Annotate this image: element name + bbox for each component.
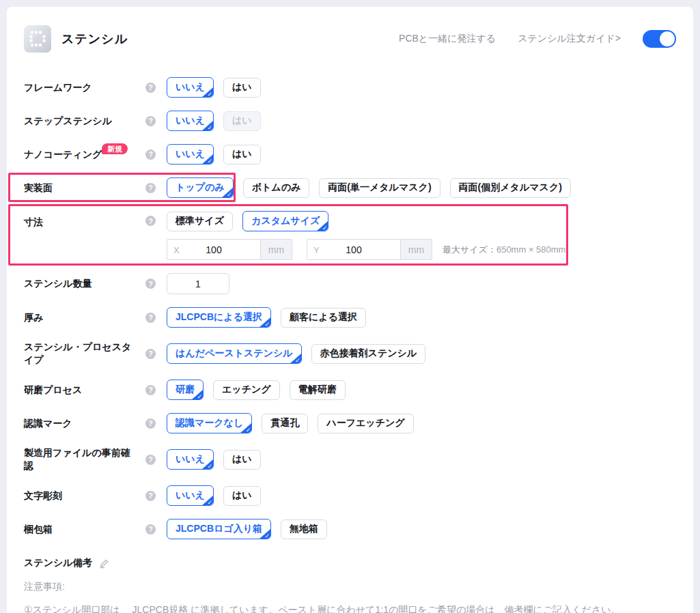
row-label: ステンシル・プロセスタイプ [24,341,145,367]
form-row: 認識マーク?認識マークなし✓貫通孔ハーフエッチング [24,413,676,433]
header-actions: PCBと一緒に発注する ステンシル注文ガイド> [399,30,676,48]
option-group: いいえ✓はい [167,449,261,470]
help-icon[interactable]: ? [145,83,156,93]
option-button[interactable]: 電解研磨 [290,380,346,400]
row-options: いいえ✓はい [167,77,261,98]
option-button[interactable]: 顧客による選択 [281,308,366,328]
dimension-y-input[interactable] [307,244,400,256]
page-title: ステンシル [61,31,128,47]
form-row: 厚み?JLCPCBによる選択✓顧客による選択 [24,307,676,328]
row-label: 文字彫刻 [24,489,145,502]
option-button-selected[interactable]: いいえ✓ [167,111,214,131]
option-button[interactable]: はい [223,450,261,470]
option-button[interactable]: はい [223,111,261,131]
check-icon: ✓ [322,225,328,231]
help-icon[interactable]: ? [145,149,156,160]
dimension-y-group: Ymm [307,239,432,260]
notes-section: 注意事項: ①ステンシル開口部は、JLCPCB規格に準拠しています。ペースト層に… [24,579,676,613]
dimension-x-input[interactable] [167,244,260,256]
stencil-order-card: ステンシル PCBと一緒に発注する ステンシル注文ガイド> フレームワーク?いい… [7,7,693,613]
help-icon[interactable]: ? [145,116,156,126]
note1-text: ①ステンシル開口部は、 [24,604,130,613]
help-icon[interactable]: ? [145,183,156,193]
dimension-y-field: Y [307,239,401,260]
option-button-selected[interactable]: いいえ✓ [167,449,214,470]
option-button[interactable]: ボトムのみ [243,178,310,198]
dimension-x-field: X [167,239,261,260]
help-icon[interactable]: ? [145,313,156,323]
help-icon[interactable]: ? [145,524,156,534]
help-icon[interactable]: ? [145,385,156,395]
option-button[interactable]: 貫通孔 [262,414,308,433]
unit-mm: mm [401,239,432,260]
check-icon: ✓ [227,191,232,198]
help-icon[interactable]: ? [145,418,156,429]
stencil-icon [24,25,51,53]
stencil-remarks-row: ステンシル備考 [24,557,676,569]
help-icon[interactable]: ? [145,216,156,226]
order-with-pcb-label: PCBと一緒に発注する [399,33,496,45]
option-button-selected[interactable]: カスタムサイズ✓ [242,211,328,231]
row-label: 寸法 [24,216,145,229]
jlcpcb-standard-link[interactable]: JLCPCB規格 [132,604,188,613]
card-header: ステンシル PCBと一緒に発注する ステンシル注文ガイド> [24,25,676,53]
option-button-selected[interactable]: いいえ✓ [167,485,214,506]
form-row: フレームワーク?いいえ✓はい [24,77,676,98]
row-label: フレームワーク [24,81,145,94]
row-label: 梱包箱 [24,523,145,536]
form-row: 文字彫刻?いいえ✓はい [24,485,676,506]
form-row: 寸法?標準サイズカスタムサイズ✓XmmYmm最大サイズ：650mm × 580m… [24,211,676,260]
option-button-selected[interactable]: JLCPCBロゴ入り箱✓ [167,519,271,539]
stencil-section-toggle[interactable] [643,30,676,48]
row-label: 実装面 [24,182,145,195]
option-button[interactable]: はい [223,78,261,98]
row-options: トップのみ✓ボトムのみ両面(単一メタルマスク)両面(個別メタルマスク) [167,177,571,198]
help-icon[interactable]: ? [145,279,156,289]
option-button[interactable]: はい [223,486,261,506]
quantity-input[interactable] [167,273,229,294]
option-button[interactable]: はい [223,145,261,165]
option-button-selected[interactable]: 研磨✓ [167,380,204,400]
check-icon: ✓ [246,427,251,433]
stencil-guide-link[interactable]: ステンシル注文ガイド> [518,33,621,45]
check-icon: ✓ [197,393,202,400]
help-icon[interactable]: ? [145,349,156,359]
check-icon: ✓ [207,91,212,98]
row-label: 認識マーク [24,417,145,430]
axis-label-x: X [173,244,180,255]
row-label: ナノコーティング新規 [24,148,145,161]
row-label: 厚み [24,311,145,324]
option-group: 認識マークなし✓貫通孔ハーフエッチング [167,413,414,433]
form-row: ステンシル数量? [24,273,676,294]
edit-pencil-icon[interactable] [99,558,109,569]
row-label: ステンシル数量 [24,277,145,290]
option-button[interactable]: 両面(単一メタルマスク) [319,178,440,198]
option-button[interactable]: ハーフエッチング [318,414,413,433]
option-button-selected[interactable]: トップのみ✓ [167,177,234,198]
help-icon[interactable]: ? [145,491,156,501]
option-button[interactable]: 標準サイズ [167,212,233,231]
option-button-selected[interactable]: 認識マークなし✓ [167,413,252,433]
option-button-selected[interactable]: はんだペーストステンシル✓ [167,343,302,364]
check-icon: ✓ [264,321,270,328]
max-size-label: 最大サイズ： [443,244,496,255]
dimension-x-group: Xmm [167,239,292,260]
row-options: いいえ✓はい [167,449,261,470]
check-icon: ✓ [207,463,212,470]
option-button-selected[interactable]: いいえ✓ [167,144,214,165]
option-button[interactable]: 両面(個別メタルマスク) [450,178,571,198]
option-button-selected[interactable]: いいえ✓ [167,77,214,98]
option-group: いいえ✓はい [167,77,261,98]
option-button[interactable]: 赤色接着剤ステンシル [311,344,426,364]
option-button-selected[interactable]: JLCPCBによる選択✓ [167,307,271,328]
help-icon[interactable]: ? [145,455,156,465]
check-icon: ✓ [207,124,212,131]
row-options [167,273,229,294]
row-options: JLCPCBによる選択✓顧客による選択 [167,307,366,328]
toggle-knob [660,31,675,46]
option-button[interactable]: エッチング [213,380,280,400]
check-icon: ✓ [295,357,300,364]
row-options: 研磨✓エッチング電解研磨 [167,380,346,400]
option-button[interactable]: 無地箱 [281,519,327,539]
check-icon: ✓ [264,532,270,539]
